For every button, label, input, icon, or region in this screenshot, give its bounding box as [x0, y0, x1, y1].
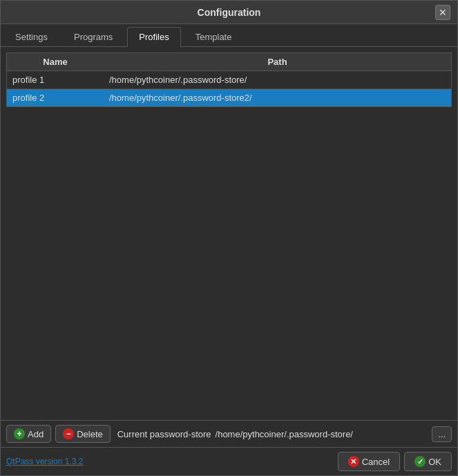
cancel-label: Cancel [362, 457, 390, 467]
tab-template[interactable]: Template [184, 27, 244, 46]
dialog-buttons: ✕ Cancel ✓ OK [338, 452, 452, 471]
cell-profile2-path: /home/pythcoiner/.password-store2/ [104, 89, 451, 106]
ok-label: OK [428, 457, 441, 467]
cancel-icon: ✕ [348, 456, 359, 467]
tab-settings[interactable]: Settings [3, 27, 59, 46]
add-button[interactable]: + Add [6, 425, 51, 443]
configuration-window: Configuration ✕ Settings Programs Profil… [0, 0, 458, 476]
browse-button[interactable]: ... [432, 426, 452, 442]
ok-icon: ✓ [414, 456, 426, 467]
profiles-table: Name Path profile 1 /home/pythcoiner/.pa… [6, 53, 452, 107]
tab-bar: Settings Programs Profiles Template [1, 24, 457, 47]
table-header: Name Path [7, 53, 451, 71]
delete-label: Delete [77, 429, 103, 439]
add-icon: + [14, 428, 25, 439]
table-row[interactable]: profile 2 /home/pythcoiner/.password-sto… [7, 89, 451, 106]
current-password-store-label: Current password-store [117, 429, 211, 439]
add-label: Add [28, 429, 44, 439]
cell-profile1-path: /home/pythcoiner/.password-store/ [104, 71, 451, 88]
tab-programs[interactable]: Programs [62, 27, 124, 46]
cell-profile1-name: profile 1 [7, 71, 104, 88]
tab-profiles[interactable]: Profiles [127, 27, 180, 47]
column-header-path: Path [104, 53, 451, 70]
cell-profile2-name: profile 2 [7, 89, 104, 106]
delete-icon: − [63, 428, 74, 439]
cancel-button[interactable]: ✕ Cancel [338, 452, 400, 471]
main-content: Name Path profile 1 /home/pythcoiner/.pa… [1, 47, 457, 420]
footer: QtPass version 1.3.2 ✕ Cancel ✓ OK [1, 447, 457, 475]
table-row[interactable]: profile 1 /home/pythcoiner/.password-sto… [7, 71, 451, 89]
current-path-value: /home/pythcoiner/.password-store/ [216, 429, 428, 439]
version-label[interactable]: QtPass version 1.3.2 [6, 457, 83, 466]
window-title: Configuration [23, 7, 435, 18]
close-button[interactable]: ✕ [435, 5, 450, 20]
ok-button[interactable]: ✓ OK [404, 452, 452, 471]
bottom-toolbar: + Add − Delete Current password-store /h… [1, 420, 457, 447]
column-header-name: Name [7, 53, 104, 70]
delete-button[interactable]: − Delete [55, 425, 111, 443]
titlebar: Configuration ✕ [1, 1, 457, 24]
